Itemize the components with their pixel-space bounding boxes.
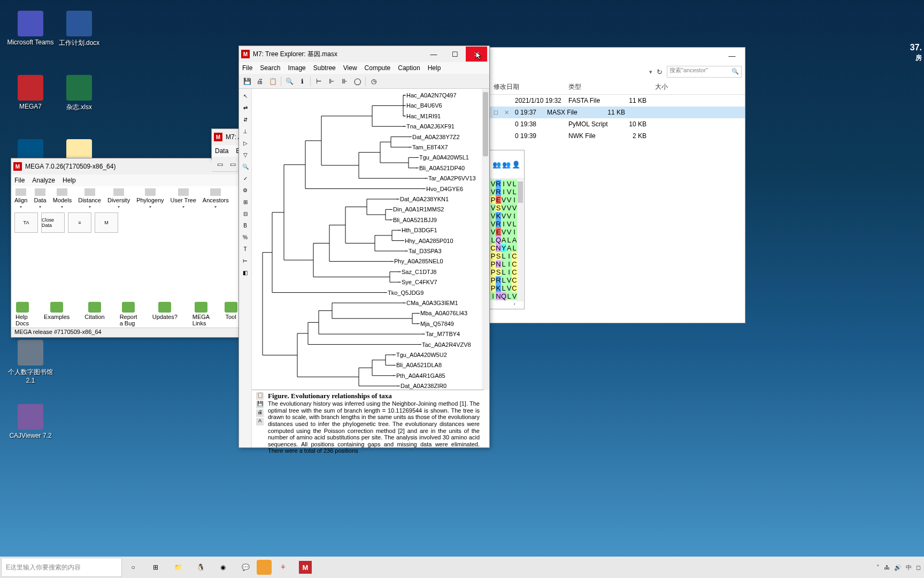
mega-link[interactable]: Help Docs [16, 302, 29, 326]
tree-style-icon[interactable]: ⊢ [313, 75, 325, 87]
mega-taskbar-icon[interactable]: M [294, 557, 317, 578]
menu-data[interactable]: Data [215, 147, 228, 155]
caption-save-icon[interactable]: 💾 [256, 401, 264, 408]
tool-icon[interactable]: ◧ [241, 268, 250, 277]
pointer-icon[interactable]: ↖ [241, 91, 250, 101]
fe-columns[interactable]: 修改日期 类型 大小 [489, 80, 745, 95]
desktop-icon[interactable]: 杂志.xlsx [55, 75, 103, 112]
mega-bigbtn[interactable]: TA [14, 212, 38, 233]
mega-bigbtn[interactable]: Close Data [41, 212, 65, 233]
tree-style-icon[interactable]: ⊪ [338, 75, 350, 87]
mega-tool-data[interactable]: Data▾ [34, 188, 46, 209]
chrome-icon[interactable]: ◉ [212, 557, 234, 578]
tool-icon[interactable]: ▭ [214, 158, 226, 170]
taskbar-search[interactable]: E这里输入你要搜索的内容 [1, 558, 122, 577]
tool-icon[interactable]: ⊟ [241, 209, 250, 218]
qq-icon[interactable]: 🐧 [189, 557, 212, 578]
menu-item[interactable]: Image [288, 64, 305, 72]
desktop-icon[interactable]: Microsoft Teams [6, 11, 55, 46]
menu-item[interactable]: File [14, 177, 25, 184]
tool-icon[interactable]: ⊞ [241, 197, 250, 207]
tree-toolbar[interactable]: 💾 🖨 📋 🔍 ℹ ⊢ ⊩ ⊪ ◯ ◷ [239, 74, 489, 89]
copy-icon[interactable]: 📋 [267, 75, 279, 87]
collapse-icon[interactable]: ▷ [241, 138, 250, 148]
mega-main-window[interactable]: M MEGA 7.0.26(7170509-x86_64) FileAnalyz… [11, 158, 241, 338]
tree-style-icon[interactable]: ⊩ [326, 75, 337, 87]
mega-link[interactable]: Citation [84, 302, 104, 326]
dropdown-icon[interactable]: ▾ [649, 69, 652, 75]
maximize-button[interactable]: ☐ [444, 47, 466, 62]
menu-item[interactable]: Caption [398, 64, 420, 72]
wechat-icon[interactable]: 💬 [234, 557, 257, 578]
mega-tool-ancestors[interactable]: Ancestors▾ [203, 188, 229, 209]
file-row[interactable]: 2021/1/10 19:32FASTA File11 KB [489, 95, 745, 107]
mega-tool-usertree[interactable]: User Tree▾ [171, 188, 196, 209]
find-icon[interactable]: 🔍 [283, 75, 295, 87]
bootstrap-icon[interactable]: B [241, 220, 250, 230]
caption-copy-icon[interactable]: 📋 [256, 392, 264, 400]
taskview-icon[interactable]: ⊞ [144, 557, 167, 578]
clock-icon[interactable]: ◷ [368, 75, 380, 87]
file-row[interactable]: 0 19:39NWK File2 KB [489, 130, 745, 142]
menu-item[interactable]: Analyze [32, 177, 55, 184]
desktop-icon[interactable]: CAJViewer 7.2 [6, 404, 55, 439]
fe-search-input[interactable]: 搜索"ancestor"🔍 [667, 66, 742, 78]
align-scrollbar[interactable] [517, 180, 523, 301]
tray-icon[interactable]: ◻ [916, 564, 921, 571]
menu-item[interactable]: View [343, 64, 357, 72]
swap-icon[interactable]: ⇄ [241, 103, 250, 112]
tool-icon[interactable]: ▭ [227, 158, 238, 170]
desktop-icon[interactable]: 工作计划.docx [55, 11, 103, 48]
mega-link[interactable]: MEGA Links [192, 302, 210, 326]
file-row[interactable]: 0 19:38PyMOL Script10 KB [489, 118, 745, 130]
app-icon[interactable] [257, 560, 272, 575]
text-icon[interactable]: T [241, 244, 250, 254]
menu-item[interactable]: Subtree [313, 64, 336, 72]
menu-item[interactable]: Search [260, 64, 280, 72]
mega-tool-align[interactable]: Align▾ [14, 188, 27, 209]
root-icon[interactable]: ⊥ [241, 126, 250, 136]
mega-bigbtn[interactable]: ≡ [68, 212, 91, 233]
mark-icon[interactable]: ✓ [241, 173, 250, 183]
mega-bigbtn[interactable]: M [95, 212, 118, 233]
ime-icon[interactable]: 中 [906, 564, 912, 572]
tree-explorer-window[interactable]: M M7: Tree Explorer: 基因.masx — ☐ ✕ FileS… [238, 45, 490, 448]
tree-style-icon[interactable]: ◯ [351, 75, 363, 87]
tree-menubar[interactable]: FileSearchImageSubtreeViewComputeCaption… [239, 62, 489, 74]
cortana-icon[interactable]: ○ [122, 557, 144, 578]
scale-icon[interactable]: ⊢ [241, 256, 250, 265]
tool-icon[interactable]: ⚙ [241, 185, 250, 195]
menu-item[interactable]: Compute [365, 64, 391, 72]
mega-menubar[interactable]: FileAnalyzeHelp [11, 174, 240, 186]
menu-item[interactable]: Help [428, 64, 441, 72]
zoom-icon[interactable]: 🔍 [241, 162, 250, 171]
tree-vertical-toolbar[interactable]: ↖ ⇄ ⇵ ⊥ ▷ ▽ 🔍 ✓ ⚙ ⊞ ⊟ B % T ⊢ ◧ [239, 89, 252, 447]
mega-tool-distance[interactable]: Distance▾ [78, 188, 101, 209]
mega-link[interactable]: Updates? [152, 302, 178, 326]
app-icon[interactable]: ⚘ [272, 557, 294, 578]
system-tray[interactable]: ˄ 🖧 🔊 中 ◻ [873, 564, 924, 572]
desktop-icon[interactable]: 个人数字图书馆2.1 [6, 340, 55, 384]
minimize-button[interactable]: — [423, 47, 444, 62]
refresh-icon[interactable]: ↻ [657, 68, 663, 76]
flip-icon[interactable]: ⇵ [241, 115, 250, 124]
mega-tool-phylogeny[interactable]: Phylogeny▾ [136, 188, 164, 209]
info-icon[interactable]: ℹ [296, 75, 308, 87]
caption-font-icon[interactable]: A [256, 418, 264, 425]
expand-icon[interactable]: ▽ [241, 150, 250, 159]
network-icon[interactable]: 🖧 [884, 564, 890, 571]
mega-tool-models[interactable]: Models▾ [53, 188, 72, 209]
file-explorer-window[interactable]: — ▾ ↻ 搜索"ancestor"🔍 修改日期 类型 大小 2021/1/10… [489, 47, 745, 323]
tray-chevron-icon[interactable]: ˄ [876, 564, 880, 571]
save-icon[interactable]: 💾 [241, 75, 253, 87]
caption-print-icon[interactable]: 🖨 [256, 409, 264, 417]
file-row[interactable]: ☐✕0 19:37MASX File11 KB [489, 107, 745, 118]
explorer-icon[interactable]: 📁 [167, 557, 189, 578]
desktop-icon[interactable]: MEGA7 [6, 75, 55, 110]
percent-icon[interactable]: % [241, 232, 250, 242]
mega-link[interactable]: Examples [44, 302, 70, 326]
menu-item[interactable]: Help [63, 177, 76, 184]
mega-tool-diversity[interactable]: Diversity▾ [107, 188, 130, 209]
close-button[interactable]: ✕ [466, 47, 487, 62]
volume-icon[interactable]: 🔊 [894, 564, 902, 571]
